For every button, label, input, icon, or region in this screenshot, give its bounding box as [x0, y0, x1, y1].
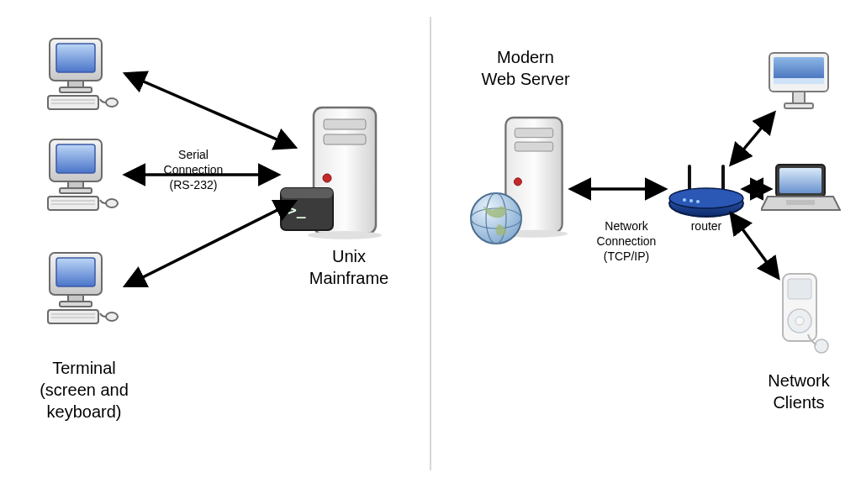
- terminal-console-icon: >_: [277, 185, 336, 239]
- terminal-icon: [38, 248, 122, 335]
- diagram-stage: >_ Unix Mainframe Serial Connection (RS-…: [0, 0, 861, 504]
- svg-point-35: [514, 178, 521, 186]
- svg-rect-49: [774, 78, 824, 84]
- svg-text:>_: >_: [288, 201, 306, 218]
- terminal-caption: Terminal (screen and keyboard): [21, 357, 147, 423]
- svg-point-27: [323, 174, 331, 182]
- svg-rect-10: [68, 181, 83, 188]
- svg-rect-4: [48, 96, 98, 109]
- svg-rect-26: [324, 134, 366, 144]
- svg-rect-34: [515, 142, 552, 151]
- serial-connection-label: Serial Connection (RS-232): [151, 147, 235, 193]
- svg-line-62: [126, 202, 294, 286]
- mp3-player-icon: [769, 269, 837, 365]
- svg-point-44: [683, 198, 686, 202]
- network-clients-label: Network Clients: [748, 370, 849, 413]
- svg-rect-51: [784, 103, 813, 108]
- svg-rect-53: [779, 168, 821, 193]
- imac-icon: [761, 46, 837, 125]
- svg-rect-19: [60, 302, 92, 307]
- svg-rect-11: [60, 188, 92, 193]
- laptop-icon: [761, 160, 841, 222]
- svg-rect-12: [48, 197, 98, 210]
- svg-rect-25: [324, 119, 366, 129]
- svg-rect-56: [788, 279, 811, 299]
- svg-point-23: [106, 312, 118, 321]
- terminal-icon: [38, 134, 122, 222]
- svg-rect-3: [60, 87, 92, 92]
- svg-rect-17: [56, 258, 95, 286]
- svg-rect-54: [786, 200, 815, 205]
- svg-rect-2: [68, 81, 83, 87]
- svg-rect-18: [68, 295, 83, 302]
- svg-rect-33: [515, 129, 552, 138]
- svg-point-45: [689, 199, 693, 202]
- svg-point-37: [471, 193, 521, 244]
- terminal-icon: [38, 34, 122, 121]
- vertical-divider: [430, 17, 431, 470]
- svg-rect-20: [48, 310, 98, 323]
- svg-rect-1: [56, 44, 95, 72]
- svg-point-46: [696, 200, 700, 203]
- svg-point-58: [795, 317, 804, 325]
- modern-web-server-label: Modern Web Server: [458, 46, 593, 90]
- router-label: router: [681, 218, 732, 234]
- svg-point-15: [106, 199, 118, 207]
- unix-mainframe-label: Unix Mainframe: [298, 245, 399, 289]
- svg-point-7: [106, 98, 118, 107]
- network-connection-label: Network Connection (TCP/IP): [584, 218, 668, 265]
- svg-line-60: [126, 74, 294, 147]
- globe-icon: [467, 189, 526, 251]
- svg-point-59: [815, 339, 828, 353]
- svg-rect-9: [56, 144, 95, 173]
- svg-rect-50: [793, 92, 805, 103]
- svg-point-43: [669, 188, 743, 208]
- svg-rect-30: [281, 188, 333, 198]
